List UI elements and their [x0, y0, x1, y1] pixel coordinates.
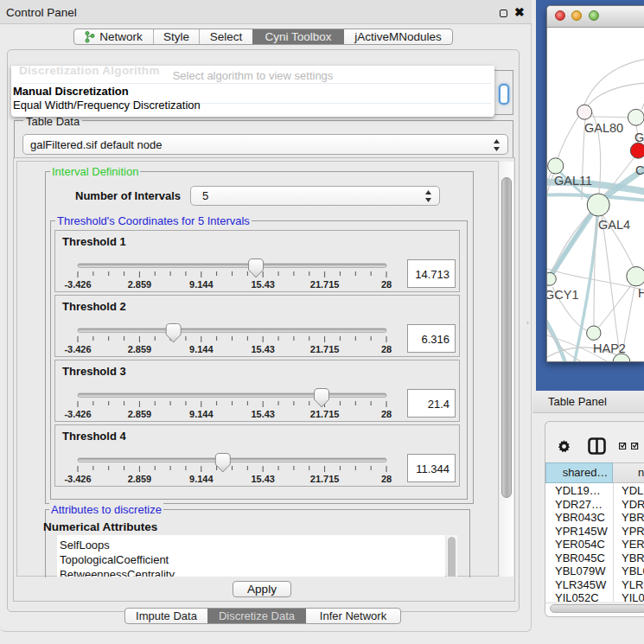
svg-text:28: 28 — [381, 279, 392, 290]
svg-text:-3.426: -3.426 — [64, 279, 91, 290]
svg-text:GCY1: GCY1 — [547, 288, 579, 302]
svg-text:-3.426: -3.426 — [64, 409, 91, 419]
svg-text:15.43: 15.43 — [251, 344, 275, 354]
svg-text:28: 28 — [381, 344, 392, 354]
svg-text:2.859: 2.859 — [128, 279, 152, 290]
svg-text:GAL80: GAL80 — [584, 121, 623, 135]
svg-text:21.715: 21.715 — [310, 344, 340, 354]
svg-text:9.144: 9.144 — [189, 344, 214, 354]
svg-text:21.715: 21.715 — [310, 279, 340, 290]
svg-text:2.859: 2.859 — [128, 409, 152, 419]
svg-text:GAL4: GAL4 — [598, 218, 630, 232]
svg-text:GAL11: GAL11 — [554, 174, 592, 188]
svg-text:21.715: 21.715 — [310, 474, 340, 484]
svg-text:15.43: 15.43 — [251, 409, 275, 419]
svg-text:HAP2: HAP2 — [593, 341, 626, 355]
svg-text:21.715: 21.715 — [310, 409, 340, 419]
svg-text:9.144: 9.144 — [189, 279, 214, 290]
svg-text:GA: GA — [634, 131, 644, 144]
svg-text:C: C — [635, 163, 644, 177]
svg-text:-3.426: -3.426 — [64, 474, 91, 484]
svg-text:15.43: 15.43 — [251, 474, 275, 484]
svg-text:H: H — [638, 286, 644, 300]
svg-text:15.43: 15.43 — [251, 279, 275, 290]
svg-text:28: 28 — [381, 474, 392, 484]
svg-text:9.144: 9.144 — [189, 409, 214, 419]
svg-text:2.859: 2.859 — [128, 344, 152, 354]
svg-text:28: 28 — [381, 409, 392, 419]
svg-text:-3.426: -3.426 — [64, 344, 91, 354]
svg-text:2.859: 2.859 — [128, 474, 152, 484]
svg-text:9.144: 9.144 — [189, 474, 214, 484]
